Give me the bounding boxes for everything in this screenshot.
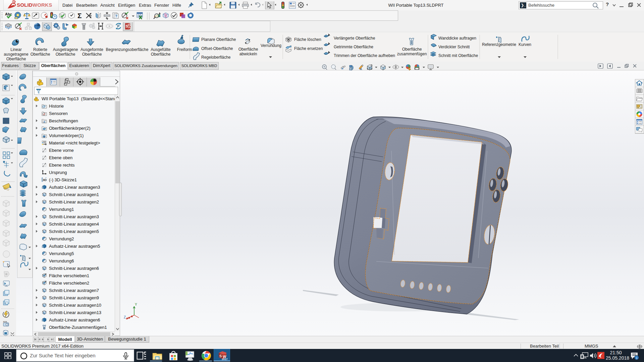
- svg-text:Y: Y: [135, 303, 137, 306]
- svg-text:P: P: [117, 24, 120, 28]
- svg-text:A: A: [43, 120, 45, 123]
- svg-text:A: A: [360, 67, 362, 70]
- svg-text:3D: 3D: [43, 178, 47, 182]
- svg-text:Σ: Σ: [77, 12, 82, 19]
- svg-text:SOLIDWORKS: SOLIDWORKS: [17, 2, 52, 8]
- svg-text:?: ?: [115, 14, 117, 18]
- svg-text:Z: Z: [124, 315, 126, 319]
- svg-text:S: S: [126, 24, 128, 28]
- svg-text:2017: 2017: [222, 358, 227, 360]
- svg-text:1: 1: [636, 356, 638, 360]
